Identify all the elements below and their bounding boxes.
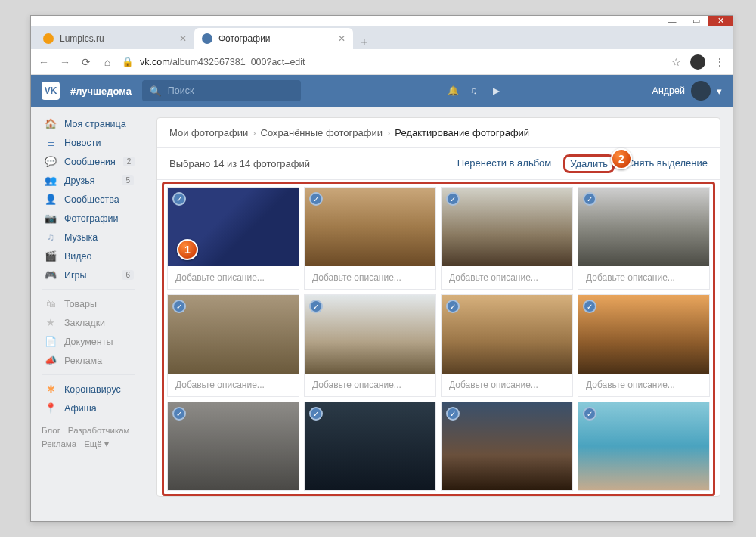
sidebar-item-news[interactable]: ≣Новости bbox=[42, 133, 144, 152]
caption-input[interactable]: Добавьте описание... bbox=[442, 266, 572, 289]
content: Мои фотографии › Сохранённые фотографии … bbox=[144, 107, 733, 521]
sidebar-item-communities[interactable]: 👤Сообщества bbox=[42, 190, 144, 209]
tab-lumpics[interactable]: Lumpics.ru ✕ bbox=[36, 28, 194, 49]
sidebar-item-events[interactable]: 📍Афиша bbox=[42, 399, 144, 417]
sidebar-item-bookmarks[interactable]: ★Закладки bbox=[42, 313, 144, 332]
photo-item[interactable]: ✓ bbox=[441, 402, 573, 491]
sidebar-item-friends[interactable]: 👥Друзья5 bbox=[42, 171, 144, 190]
breadcrumb-album[interactable]: Сохранённые фотографии bbox=[261, 127, 383, 138]
sidebar-item-photos[interactable]: 📷Фотографии bbox=[42, 209, 144, 228]
caption-input[interactable]: Добавьте описание... bbox=[305, 374, 435, 396]
chevron-right-icon: › bbox=[387, 127, 390, 138]
caption-input[interactable]: Добавьте описание... bbox=[578, 266, 709, 289]
messages-icon: 💬 bbox=[45, 156, 57, 167]
photo-item[interactable]: ✓ bbox=[167, 402, 299, 491]
check-icon[interactable]: ✓ bbox=[446, 192, 460, 206]
sidebar-item-my-page[interactable]: 🏠Моя страница bbox=[42, 114, 144, 133]
pin-icon: 📍 bbox=[45, 402, 57, 414]
check-icon[interactable]: ✓ bbox=[446, 407, 460, 421]
check-icon[interactable]: ✓ bbox=[583, 300, 596, 313]
sidebar-item-coronavirus[interactable]: ✱Коронавирус bbox=[42, 380, 144, 399]
separator bbox=[42, 374, 135, 375]
deselect-link[interactable]: Снять выделение bbox=[627, 157, 708, 170]
vk-logo-icon[interactable]: VK bbox=[42, 82, 60, 100]
window-close[interactable]: ✕ bbox=[708, 16, 733, 26]
sidebar-item-music[interactable]: ♫Музыка bbox=[42, 228, 144, 247]
notifications-icon[interactable]: 🔔 bbox=[448, 85, 460, 96]
search-input[interactable]: 🔍 Поиск bbox=[142, 80, 301, 101]
new-tab-button[interactable]: + bbox=[353, 36, 375, 49]
check-icon[interactable]: ✓ bbox=[583, 407, 596, 421]
photo-item[interactable]: ✓Добавьте описание... bbox=[167, 294, 299, 397]
annotation-marker-1: 1 bbox=[177, 239, 198, 260]
user-menu[interactable]: Андрей ▾ bbox=[652, 81, 722, 101]
url-host: vk.com bbox=[140, 57, 170, 67]
check-icon[interactable]: ✓ bbox=[172, 407, 186, 421]
caption-input[interactable]: Добавьте описание... bbox=[168, 374, 299, 396]
footer-link[interactable]: Разработчикам bbox=[68, 426, 130, 435]
photo-item[interactable]: ✓ bbox=[304, 402, 436, 491]
footer-link[interactable]: Ещё ▾ bbox=[84, 439, 109, 449]
check-icon[interactable]: ✓ bbox=[172, 192, 186, 206]
video-icon[interactable]: ▶ bbox=[493, 85, 505, 96]
tab-vk-photos[interactable]: Фотографии ✕ bbox=[194, 28, 353, 49]
sidebar-item-ads[interactable]: 📣Реклама bbox=[42, 351, 144, 370]
tab-close-icon[interactable]: ✕ bbox=[179, 33, 187, 44]
breadcrumb-root[interactable]: Мои фотографии bbox=[169, 127, 248, 138]
vk-hashtag[interactable]: #лучшедома bbox=[70, 85, 132, 97]
favicon-icon bbox=[43, 33, 54, 44]
caption-input[interactable]: Добавьте описание... bbox=[168, 266, 299, 289]
photo-item[interactable]: ✓Добавьте описание... bbox=[441, 294, 573, 397]
browser-menu-icon[interactable]: ⋮ bbox=[713, 56, 727, 68]
photo-item[interactable]: ✓Добавьте описание... bbox=[304, 187, 436, 290]
selection-toolbar: Выбрано 14 из 14 фотографий Перенести в … bbox=[157, 148, 720, 180]
sidebar-item-games[interactable]: 🎮Игры6 bbox=[42, 265, 144, 284]
photo-item[interactable]: ✓Добавьте описание... bbox=[304, 294, 436, 397]
megaphone-icon: 📣 bbox=[45, 355, 57, 366]
photo-item[interactable]: ✓Добавьте описание... bbox=[578, 294, 710, 397]
sidebar-footer: БлогРазработчикам РекламаЕщё ▾ bbox=[42, 417, 144, 458]
sidebar-item-market[interactable]: 🛍Товары bbox=[42, 294, 144, 313]
photo-item[interactable]: ✓Добавьте описание... bbox=[578, 187, 710, 290]
move-to-album-link[interactable]: Перенести в альбом bbox=[457, 157, 552, 170]
check-icon[interactable]: ✓ bbox=[172, 300, 186, 313]
sidebar-item-messages[interactable]: 💬Сообщения2 bbox=[42, 152, 144, 171]
nav-reload-button[interactable]: ⟳ bbox=[79, 56, 93, 68]
address-bar[interactable]: 🔒 vk.com/album432567381_000?act=edit bbox=[122, 56, 662, 67]
caption-input[interactable]: Добавьте описание... bbox=[578, 374, 709, 396]
check-icon[interactable]: ✓ bbox=[309, 300, 323, 313]
caption-input[interactable]: Добавьте описание... bbox=[442, 374, 572, 396]
sidebar-item-documents[interactable]: 📄Документы bbox=[42, 332, 144, 351]
browser-profile-avatar[interactable] bbox=[690, 54, 705, 70]
sidebar-item-video[interactable]: 🎬Видео bbox=[42, 247, 144, 265]
lock-icon: 🔒 bbox=[122, 56, 134, 67]
breadcrumb: Мои фотографии › Сохранённые фотографии … bbox=[157, 118, 720, 148]
nav-forward-button[interactable]: → bbox=[58, 56, 72, 68]
photo-item[interactable]: ✓Добавьте описание... bbox=[167, 187, 299, 290]
check-icon[interactable]: ✓ bbox=[446, 300, 460, 313]
photo-item[interactable]: ✓ bbox=[578, 402, 710, 491]
breadcrumb-current: Редактирование фотографий bbox=[395, 127, 529, 138]
music-icon[interactable]: ♫ bbox=[470, 85, 482, 96]
check-icon[interactable]: ✓ bbox=[309, 192, 323, 206]
sidebar-label: Видео bbox=[64, 251, 92, 262]
check-icon[interactable]: ✓ bbox=[583, 192, 596, 206]
caption-input[interactable]: Добавьте описание... bbox=[305, 266, 435, 289]
nav-back-button[interactable]: ← bbox=[37, 56, 51, 68]
window-maximize[interactable]: ▭ bbox=[684, 16, 708, 26]
tab-label: Фотографии bbox=[218, 33, 271, 44]
nav-home-button[interactable]: ⌂ bbox=[101, 56, 114, 68]
window-minimize[interactable]: — bbox=[660, 16, 684, 26]
sidebar-label: Коронавирус bbox=[64, 384, 121, 395]
photo-item[interactable]: ✓Добавьте описание... bbox=[441, 187, 573, 290]
tab-close-icon[interactable]: ✕ bbox=[338, 33, 345, 44]
delete-link[interactable]: Удалить bbox=[570, 158, 608, 169]
sidebar-label: Документы bbox=[64, 337, 113, 347]
footer-link[interactable]: Реклама bbox=[42, 439, 76, 449]
footer-link[interactable]: Блог bbox=[42, 426, 60, 435]
check-icon[interactable]: ✓ bbox=[309, 407, 323, 421]
bookmark-star-icon[interactable]: ☆ bbox=[669, 56, 683, 68]
search-icon: 🔍 bbox=[150, 85, 162, 97]
annotation-marker-2: 2 bbox=[611, 148, 632, 169]
photos-grid: ✓Добавьте описание... ✓Добавьте описание… bbox=[167, 187, 710, 491]
